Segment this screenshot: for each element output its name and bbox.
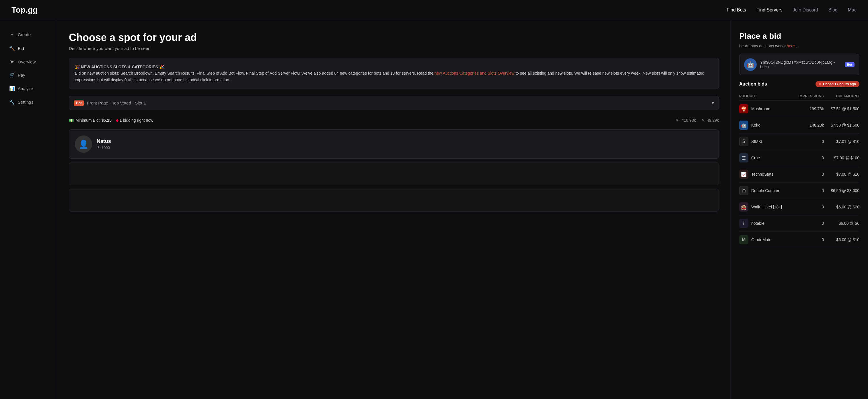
- ended-label: Ended 17 hours ago: [823, 82, 856, 86]
- bid-product: 🏨 Waifu Hotel [18+]: [739, 202, 792, 211]
- product-icon: 🍄: [739, 104, 748, 113]
- logo: Top.gg: [11, 5, 38, 15]
- sidebar-item-analyze[interactable]: 📊 Analyze: [6, 83, 51, 94]
- bid-product-cell: ⊙ Double Counter: [739, 182, 792, 199]
- bid-product-cell: 🍄 Mushroom: [739, 101, 792, 117]
- ended-badge: Ended 17 hours ago: [815, 81, 859, 87]
- product-name: notable: [751, 221, 765, 226]
- page-title: Choose a spot for your ad: [69, 32, 719, 44]
- sidebar-label-bid: Bid: [18, 46, 24, 51]
- sidebar-item-overview[interactable]: 👁 Overview: [6, 56, 51, 67]
- ad-slot-name: Natus: [97, 138, 111, 144]
- min-bid-value: $5.25: [101, 118, 112, 122]
- bid-product-cell: ☰ Crue: [739, 150, 792, 166]
- sidebar-label-overview: Overview: [18, 59, 36, 64]
- bid-impressions: 0: [792, 134, 824, 150]
- wrench-icon: 🔧: [9, 99, 15, 105]
- avatar: 👤: [75, 136, 92, 153]
- sidebar-item-create[interactable]: ＋ Create: [6, 29, 51, 40]
- cart-icon: 🛒: [9, 72, 15, 78]
- nav: Find Bots Find Servers Join Discord Blog…: [726, 7, 857, 12]
- live-bidding: 1 bidding right now: [116, 118, 153, 122]
- col-bid-amount: BID AMOUNT: [824, 92, 859, 101]
- table-row: S SIMKL 0 $7.01 @ $10: [739, 134, 859, 150]
- plus-icon: ＋: [9, 32, 15, 37]
- bid-impressions: 148.23k: [792, 117, 824, 134]
- col-product: PRODUCT: [739, 92, 792, 101]
- nav-blog[interactable]: Blog: [829, 7, 838, 12]
- sidebar-item-pay[interactable]: 🛒 Pay: [6, 69, 51, 81]
- account-card: 🤖 Ym90Ojl2NDgxMTYxMzcwODc0Njc1Mg - Luca …: [739, 54, 859, 75]
- slot-selector[interactable]: Bot Front Page - Top Voted - Slot 1 ▾: [69, 96, 719, 110]
- product-name: TechnoStats: [751, 172, 773, 176]
- product-icon: ☰: [739, 153, 748, 163]
- product-icon: ⊙: [739, 186, 748, 195]
- right-panel: Place a bid Learn how auctions works her…: [730, 20, 868, 399]
- sidebar-label-create: Create: [18, 32, 31, 37]
- eye-stat-icon: 👁: [676, 118, 680, 122]
- product-icon: 🏨: [739, 202, 748, 211]
- product-name: Double Counter: [751, 188, 779, 193]
- bid-product: 🍄 Mushroom: [739, 104, 792, 113]
- sidebar-label-analyze: Analyze: [18, 86, 33, 91]
- nav-find-bots[interactable]: Find Bots: [726, 7, 746, 12]
- product-name: Koko: [751, 123, 761, 127]
- bid-product: ☰ Crue: [739, 153, 792, 163]
- col-impressions: IMPRESSIONS: [792, 92, 824, 101]
- nav-mac[interactable]: Mac: [848, 7, 857, 12]
- bid-amount: $6.50 @ $3,000: [824, 182, 859, 199]
- account-bot-badge: Bot: [845, 62, 855, 67]
- min-bid-label: Minimum Bid:: [75, 118, 100, 122]
- product-icon: ℹ: [739, 219, 748, 228]
- sidebar-label-settings: Settings: [18, 99, 33, 105]
- main-content: Choose a spot for your ad Decide where y…: [57, 20, 730, 399]
- bid-amount: $7.50 @ $1,500: [824, 117, 859, 134]
- bid-product-cell: 🏨 Waifu Hotel [18+]: [739, 199, 792, 215]
- ad-slot-info: Natus 👁 1000: [97, 138, 111, 150]
- bids-table: PRODUCT IMPRESSIONS BID AMOUNT 🍄 Mushroo…: [739, 92, 859, 248]
- announcement-box: 🎉 NEW AUCTIONS SLOTS & CATEGORIES 🎉 Bid …: [69, 58, 719, 89]
- bid-product-cell: ℹ notable: [739, 215, 792, 232]
- bid-impressions: 0: [792, 215, 824, 232]
- bid-impressions: 0: [792, 199, 824, 215]
- min-bid: 💵 Minimum Bid: $5.25: [69, 118, 112, 122]
- table-row: M GradeMate 0 $6.00 @ $10: [739, 232, 859, 248]
- bid-icon: 🔨: [9, 46, 15, 51]
- clicks-stat: ↖ 49.29k: [702, 118, 719, 122]
- live-dot: [116, 119, 119, 122]
- bid-product: 📈 TechnoStats: [739, 170, 792, 179]
- sidebar-label-pay: Pay: [18, 73, 25, 78]
- product-name: Waifu Hotel [18+]: [751, 205, 782, 209]
- panel-subtitle-link[interactable]: here: [787, 44, 795, 48]
- bid-product: ⊙ Double Counter: [739, 186, 792, 195]
- table-row: ⊙ Double Counter 0 $6.50 @ $3,000: [739, 182, 859, 199]
- product-name: Mushroom: [751, 107, 770, 111]
- nav-find-servers[interactable]: Find Servers: [756, 7, 782, 12]
- panel-subtitle-dot: .: [796, 44, 797, 48]
- bid-product: ℹ notable: [739, 219, 792, 228]
- bid-impressions: 0: [792, 166, 824, 182]
- announcement-body: Bid on new auction slots: Search Dropdow…: [75, 71, 435, 76]
- announcement-emoji-end: 🎉: [159, 64, 164, 69]
- announcement-link[interactable]: new Auctions Categories and Slots Overvi…: [435, 71, 515, 76]
- auction-header: Auction bids Ended 17 hours ago: [739, 81, 859, 87]
- impressions-value: 418.93k: [682, 118, 696, 122]
- panel-title: Place a bid: [739, 32, 859, 41]
- auction-title: Auction bids: [739, 82, 767, 87]
- sidebar-item-bid[interactable]: 🔨 Bid: [6, 43, 51, 54]
- table-row: ℹ notable 0 $6.00 @ $6: [739, 215, 859, 232]
- bid-product-cell: M GradeMate: [739, 232, 792, 248]
- panel-subtitle-text: Learn how auctions works: [739, 44, 787, 48]
- bot-badge: Bot: [74, 101, 84, 106]
- ad-slot-1: 👤 Natus 👁 1000: [69, 130, 719, 159]
- bid-amount: $6.00 @ $10: [824, 232, 859, 248]
- clicks-value: 49.29k: [707, 118, 719, 122]
- sidebar-item-settings[interactable]: 🔧 Settings: [6, 96, 51, 108]
- impressions-stat: 👁 418.93k: [676, 118, 696, 122]
- app-body: ＋ Create 🔨 Bid 👁 Overview 🛒 Pay 📊 Analyz…: [0, 20, 868, 399]
- nav-join-discord[interactable]: Join Discord: [793, 7, 818, 12]
- bid-amount: $7.01 @ $10: [824, 134, 859, 150]
- chevron-down-icon: ▾: [712, 100, 714, 106]
- empty-slot-2: [69, 162, 719, 185]
- eye-icon: 👁: [9, 59, 15, 64]
